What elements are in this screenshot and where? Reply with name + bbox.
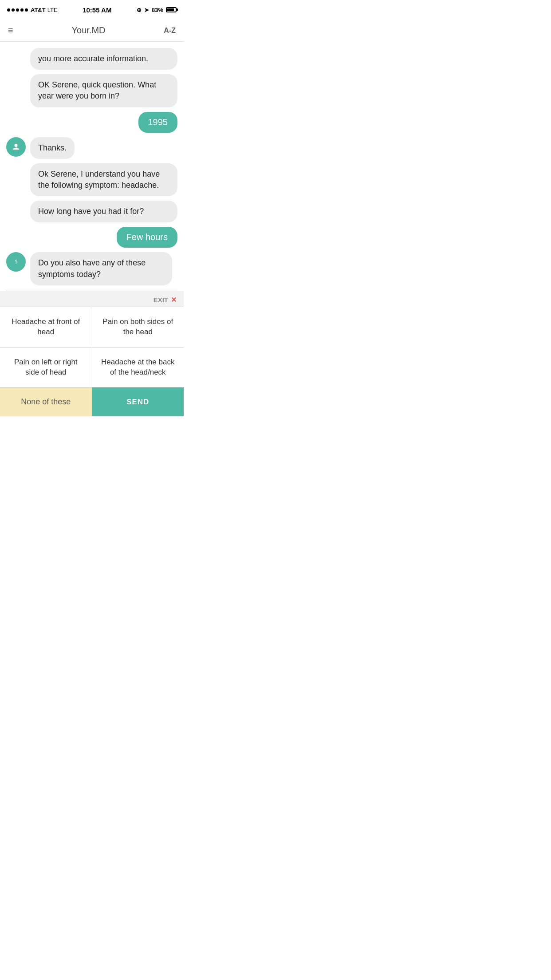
status-left: AT&T LTE [7, 7, 58, 13]
carrier-label: AT&T [31, 7, 46, 13]
bot-group-thanks: ⚕ Thanks. [6, 137, 177, 159]
bot-bubble-symptom: Ok Serene, I understand you have the fol… [30, 163, 177, 196]
options-grid: Headache at front of head Pain on both s… [0, 307, 184, 387]
time-label: 10:55 AM [83, 6, 111, 14]
chat-area: you more accurate information. OK Serene… [0, 42, 184, 291]
battery-icon [166, 7, 177, 12]
bot-group-symptoms: ⚕ Do you also have any of these symptoms… [6, 252, 177, 285]
user-message-1995: 1995 [6, 112, 177, 133]
az-button[interactable]: A-Z [164, 27, 176, 35]
bot-bubble-howlong: How long have you had it for? [30, 201, 177, 222]
menu-icon[interactable]: ≡ [8, 25, 13, 36]
app-title: Your.MD [72, 25, 106, 36]
location-icon: ⊕ [137, 7, 142, 13]
exit-icon[interactable]: ✕ [171, 296, 177, 304]
exit-label: EXIT [153, 296, 168, 304]
status-bar: AT&T LTE 10:55 AM ⊕ ➤ 83% [0, 0, 184, 20]
options-panel: EXIT ✕ Headache at front of head Pain on… [0, 291, 184, 417]
bottom-row: None of these SEND [0, 387, 184, 416]
bot-avatar: ⚕ [6, 137, 26, 157]
option-pain-left-right[interactable]: Pain on left or right side of head [0, 348, 92, 387]
option-headache-back[interactable]: Headache at the back of the head/neck [92, 348, 184, 387]
battery-percent: 83% [152, 7, 163, 13]
status-right: ⊕ ➤ 83% [137, 7, 177, 13]
signal-dots [7, 8, 28, 12]
bot-avatar-2: ⚕ [6, 252, 26, 272]
user-bubble-fewhours: Few hours [117, 227, 177, 248]
arrow-icon: ➤ [144, 7, 149, 13]
bot-messages-thanks: Thanks. [30, 137, 177, 159]
svg-text:⚕: ⚕ [15, 143, 18, 150]
bot-bubble-born-question: OK Serene, quick question. What year wer… [30, 74, 177, 107]
svg-text:⚕: ⚕ [15, 258, 18, 265]
bot-bubble-douhave: Do you also have any of these symptoms t… [30, 252, 172, 285]
bot-bubble-partial: you more accurate information. [30, 48, 177, 70]
user-bubble-1995: 1995 [138, 112, 178, 133]
app-header: ≡ Your.MD A-Z [0, 20, 184, 42]
option-headache-front[interactable]: Headache at front of head [0, 307, 92, 347]
send-button[interactable]: SEND [92, 387, 184, 416]
bot-bubble-thanks: Thanks. [30, 137, 75, 159]
bot-messages-symptoms: Do you also have any of these symptoms t… [30, 252, 177, 285]
exit-row: EXIT ✕ [0, 291, 184, 307]
user-message-fewhours: Few hours [6, 227, 177, 248]
network-label: LTE [47, 7, 58, 13]
option-pain-both-sides[interactable]: Pain on both sides of the head [92, 307, 184, 347]
none-button[interactable]: None of these [0, 387, 92, 416]
